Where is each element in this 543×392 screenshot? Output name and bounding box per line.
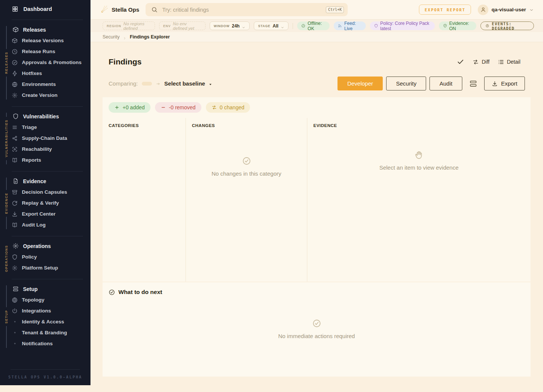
sidebar-group-releases: RELEASES Releases Release Versions Relea… (0, 22, 90, 104)
circle-dot-icon (485, 23, 489, 28)
status-badge-policy: Policy: Core Policy Pack latest (370, 21, 435, 30)
export-report-button[interactable]: EXPORT REPORT (419, 5, 471, 15)
view-mode-diff-button[interactable]: Diff (472, 59, 489, 65)
check-circle-icon (301, 23, 305, 28)
controls-row: Comparing: Select baseline Developer Sec… (103, 77, 531, 90)
preset-group: Developer Security Audit Export (337, 77, 525, 90)
export-button[interactable]: Export (484, 77, 525, 90)
main-content: Findings Diff Detail Comparing: Select b… (90, 42, 543, 392)
preset-audit-button[interactable]: Audit (429, 77, 462, 90)
view-mode-detail-button[interactable]: Detail (498, 59, 520, 65)
divider (12, 20, 83, 20)
sidebar-item-releases[interactable]: Releases (0, 24, 90, 35)
sidebar-item-identity-access[interactable]: Identity & Access (0, 316, 90, 327)
sidebar-item-dashboard[interactable]: Dashboard (0, 0, 90, 17)
findings-columns: CATEGORIES CHANGES No changes in this ca… (103, 118, 531, 282)
sidebar-item-setup[interactable]: Setup (0, 283, 90, 294)
region-filter[interactable]: REGION No regions defined (103, 21, 155, 30)
divider (12, 279, 83, 279)
sidebar-item-supply-chain-data[interactable]: Supply-Chain Data (0, 133, 90, 144)
clock-icon (12, 49, 18, 55)
sidebar-item-reports[interactable]: Reports (0, 155, 90, 165)
search-input[interactable] (158, 7, 326, 13)
hand-icon (414, 150, 423, 159)
group-rail: SETUP (4, 285, 9, 348)
next-steps-empty-state: No immediate actions required (109, 319, 525, 339)
rows-layout-icon[interactable] (469, 80, 477, 88)
app-version: STELLA OPS V1.0.0-ALPHA (0, 375, 90, 379)
group-label: EVIDENCE (5, 193, 8, 214)
evidence-empty-state: Select an item to view evidence (313, 150, 525, 171)
sidebar-item-vulnerabilities[interactable]: Vulnerabilities (0, 111, 90, 122)
brand-logo-icon: ☄ (101, 6, 108, 14)
sidebar-group-operations: OPERATIONS Operations Policy Platform Se… (0, 239, 90, 277)
sidebar-item-topology[interactable]: Topology (0, 294, 90, 305)
divider (12, 106, 83, 107)
sidebar-item-operations[interactable]: Operations (0, 240, 90, 251)
changes-header: CHANGES (192, 123, 301, 128)
sidebar-item-release-runs[interactable]: Release Runs (0, 46, 90, 57)
env-filter[interactable]: ENV No env defined yet (159, 21, 206, 30)
caret-down-icon (208, 81, 213, 86)
select-baseline-dropdown[interactable]: Select baseline (164, 80, 213, 87)
sidebar-item-replay-verify[interactable]: Replay & Verify (0, 198, 90, 208)
sidebar-item-release-versions[interactable]: Release Versions (0, 35, 90, 46)
divider (12, 171, 83, 172)
breadcrumb-section[interactable]: Security (103, 34, 120, 40)
chevron-down-icon (529, 7, 534, 12)
breadcrumb-page: Findings Explorer (130, 34, 170, 40)
gear-icon (12, 92, 18, 98)
sidebar-item-policy[interactable]: Policy (0, 251, 90, 262)
globe-icon (12, 297, 18, 303)
check-icon[interactable] (457, 58, 464, 66)
list-icon (12, 124, 18, 130)
swap-arrows-icon (212, 105, 217, 110)
gear-icon (12, 265, 18, 271)
stage-filter[interactable]: STAGE All (254, 21, 288, 30)
dot-icon (13, 341, 17, 346)
gear-icon (12, 243, 19, 249)
sidebar-item-create-version[interactable]: Create Version (0, 90, 90, 101)
diff-summary-chips: +0 added -0 removed 0 changed (103, 97, 531, 118)
swap-arrows-icon (472, 59, 479, 65)
download-icon (12, 211, 18, 217)
sidebar-item-decision-capsules[interactable]: Decision Capsules (0, 187, 90, 198)
package-icon (12, 26, 19, 33)
sidebar-item-hotfixes[interactable]: Hotfixes (0, 68, 90, 79)
comparing-control: Comparing: Select baseline (109, 80, 213, 87)
sidebar-item-platform-setup[interactable]: Platform Setup (0, 262, 90, 273)
preset-security-button[interactable]: Security (386, 77, 426, 90)
shield-icon (12, 113, 19, 119)
preset-developer-button[interactable]: Developer (337, 77, 383, 90)
sidebar-item-export-center[interactable]: Export Center (0, 208, 90, 219)
check-circle-icon (12, 60, 18, 66)
sidebar-item-evidence[interactable]: Evidence (0, 176, 90, 187)
shield-icon (12, 254, 18, 260)
sidebar-item-integrations[interactable]: Integrations (0, 305, 90, 316)
sidebar-item-notifications[interactable]: Notifications (0, 338, 90, 349)
page-title: Findings (109, 57, 142, 66)
grid-icon (12, 6, 18, 12)
rows-icon (12, 286, 19, 292)
dot-icon (13, 331, 17, 335)
evidence-header: EVIDENCE (313, 123, 525, 128)
dot-icon (13, 320, 17, 324)
group-label: SETUP (5, 310, 8, 323)
refresh-icon (12, 200, 18, 206)
comparing-source-pill (142, 82, 152, 86)
search-box[interactable]: Ctrl+K (146, 3, 348, 16)
sidebar-item-approvals-promotions[interactable]: Approvals & Promotions (0, 57, 90, 68)
sidebar-footer: STELLA OPS V1.0.0-ALPHA (0, 365, 90, 385)
list-detail-icon (498, 59, 504, 65)
window-filter[interactable]: WINDOW 24h (210, 21, 250, 30)
sidebar-item-environments[interactable]: Environments (0, 79, 90, 90)
sidebar-item-tenant-branding[interactable]: Tenant & Branding (0, 327, 90, 338)
user-menu[interactable]: qa-visual-user (478, 5, 534, 15)
next-steps-panel: What to do next No immediate actions req… (103, 282, 531, 377)
sidebar-group-vulnerabilities: VULNERABILITIES Vulnerabilities Triage S… (0, 109, 90, 169)
sidebar-item-audit-log[interactable]: Audit Log (0, 219, 90, 230)
sidebar-item-reachability[interactable]: Reachability (0, 144, 90, 155)
sidebar-item-triage[interactable]: Triage (0, 122, 90, 133)
brand-name: Stella Ops (112, 6, 139, 13)
download-icon (492, 81, 498, 87)
